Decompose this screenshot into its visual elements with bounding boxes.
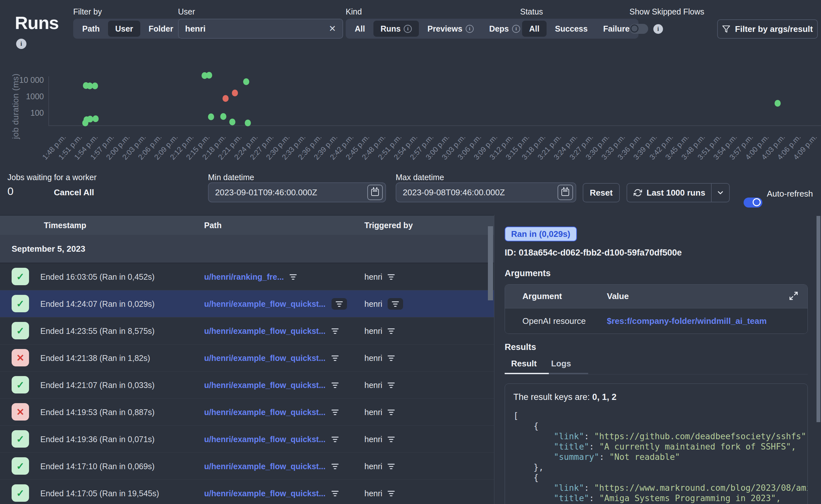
calendar-icon [371, 189, 379, 196]
success-icon: ✓ [12, 484, 29, 502]
run-path-link[interactable]: u/henri/example_flow_quickst... [204, 462, 326, 471]
filter-icon[interactable] [387, 355, 395, 361]
triggered-by-value: henri [364, 435, 382, 444]
filter-icon[interactable] [331, 410, 338, 415]
run-path-link[interactable]: u/henri/example_flow_quickst... [204, 381, 326, 390]
min-datetime-value: 2023-09-01T09:46:00.000Z [215, 188, 317, 198]
calendar-icon [562, 189, 569, 196]
arguments-heading: Arguments [505, 268, 551, 278]
scatter-point-success[interactable] [92, 82, 98, 89]
table-row[interactable]: ✓Ended 14:17:05 (Ran in 19,545s)u/henri/… [0, 480, 494, 504]
jobs-waiting-label: Jobs waiting for a worker [7, 173, 97, 182]
scatter-point-failure[interactable] [232, 90, 238, 96]
result-keys-line: The result keys are: 0, 1, 2 [513, 392, 807, 402]
filter-icon[interactable] [331, 464, 338, 469]
max-datetime-input[interactable]: 2023-09-08T09:46:00.000Z [396, 182, 576, 202]
y-tick-label: 100 [8, 108, 44, 118]
results-heading: Results [505, 342, 536, 352]
col-timestamp: Timestamp [44, 216, 86, 235]
chevron-down-icon [716, 189, 725, 197]
triggered-by-value: henri [364, 354, 382, 363]
scatter-point-failure[interactable] [222, 95, 229, 102]
scatter-point-success[interactable] [245, 120, 251, 126]
filter-by-user-button[interactable] [387, 298, 403, 310]
scatter-point-success[interactable] [775, 100, 781, 107]
argument-name: OpenAI resource [523, 316, 586, 326]
result-viewer: The result keys are: 0, 1, 2 [ { "link":… [505, 383, 808, 504]
filter-icon[interactable] [387, 437, 395, 442]
cancel-all-button[interactable]: Cancel All [54, 188, 94, 198]
filter-icon[interactable] [387, 410, 395, 415]
table-row[interactable]: ✓Ended 14:23:55 (Ran in 8,575s)u/henri/e… [0, 317, 494, 344]
filter-icon[interactable] [331, 437, 338, 442]
scatter-point-success[interactable] [229, 119, 235, 125]
runs-count-dropdown[interactable] [711, 184, 729, 202]
panel-scrollbar[interactable] [816, 216, 820, 422]
failure-icon: ✕ [12, 403, 29, 421]
result-json-line: "link": "https://github.com/deadbeefsoci… [513, 431, 807, 441]
run-path-link[interactable]: u/henri/example_flow_quickst... [204, 408, 326, 417]
filter-icon[interactable] [336, 301, 343, 307]
triggered-by-value: henri [364, 489, 382, 498]
scatter-point-success[interactable] [208, 113, 214, 120]
tab-logs[interactable]: Logs [545, 359, 578, 374]
run-timestamp: Ended 16:03:05 (Ran in 0,452s) [40, 263, 154, 290]
filter-icon[interactable] [331, 383, 338, 388]
last-1000-runs-button[interactable]: Last 1000 runs [627, 183, 730, 202]
job-duration-chart: job duration (ms) 10 0001000100 1:48 p.m… [0, 0, 821, 168]
arg-col-label: Argument [523, 291, 562, 301]
scatter-point-success[interactable] [220, 113, 226, 120]
jobs-waiting-count: 0 [7, 185, 14, 198]
result-json-line: { [513, 472, 807, 483]
scatter-point-success[interactable] [93, 115, 99, 122]
table-row[interactable]: ✓Ended 14:21:07 (Ran in 0,033s)u/henri/e… [0, 372, 494, 399]
result-json: [ { "link": "https://github.com/deadbeef… [513, 411, 807, 504]
argument-value-link[interactable]: $res:f/company-folder/windmill_ai_team [607, 316, 767, 326]
run-timestamp: Ended 14:19:53 (Ran in 0,887s) [40, 399, 154, 426]
run-path-link[interactable]: u/henri/ranking_fre... [204, 272, 284, 282]
table-row[interactable]: ✓Ended 14:19:36 (Ran in 0,071s)u/henri/e… [0, 426, 494, 453]
result-keys: 0, 1, 2 [592, 392, 617, 402]
tab-result[interactable]: Result [505, 359, 543, 374]
filter-icon[interactable] [331, 355, 338, 361]
min-datetime-input[interactable]: 2023-09-01T09:46:00.000Z [208, 182, 386, 202]
expand-arguments-button[interactable] [789, 291, 798, 301]
scatter-point-success[interactable] [243, 78, 249, 85]
success-icon: ✓ [12, 268, 29, 285]
table-header: Timestamp Path Triggered by [0, 216, 494, 235]
failure-icon: ✕ [12, 349, 29, 366]
reset-button[interactable]: Reset [583, 183, 620, 202]
filter-icon[interactable] [331, 491, 338, 496]
scatter-point-success[interactable] [206, 72, 212, 79]
filter-icon[interactable] [392, 301, 399, 307]
table-row[interactable]: ✕Ended 14:19:53 (Ran in 0,887s)u/henri/e… [0, 399, 494, 426]
run-path-link[interactable]: u/henri/example_flow_quickst... [204, 326, 326, 336]
table-row[interactable]: ✓Ended 14:17:10 (Ran in 0,069s)u/henri/e… [0, 453, 494, 480]
table-row[interactable]: ✓Ended 14:24:07 (Ran in 0,029s)u/henri/e… [0, 290, 494, 317]
filter-icon[interactable] [387, 464, 395, 469]
filter-icon[interactable] [387, 274, 395, 280]
filter-icon[interactable] [387, 328, 395, 334]
filter-icon[interactable] [387, 383, 395, 388]
chart-y-axis-line [48, 76, 49, 126]
filter-by-path-button[interactable] [331, 298, 347, 310]
max-datetime-calendar-button[interactable] [558, 185, 573, 200]
auto-refresh-toggle[interactable] [744, 198, 762, 208]
success-icon: ✓ [12, 322, 29, 339]
filter-icon[interactable] [387, 491, 395, 496]
result-json-line: { [513, 421, 807, 431]
run-path-link[interactable]: u/henri/example_flow_quickst... [204, 354, 326, 363]
run-timestamp: Ended 14:23:55 (Ran in 8,575s) [40, 317, 154, 344]
toggle-knob [753, 198, 761, 206]
table-rows: ✓Ended 16:03:05 (Ran in 0,452s)u/henri/r… [0, 263, 494, 504]
table-row[interactable]: ✓Ended 16:03:05 (Ran in 0,452s)u/henri/r… [0, 263, 494, 290]
table-row[interactable]: ✕Ended 14:21:38 (Ran in 1,82s)u/henri/ex… [0, 344, 494, 372]
min-datetime-calendar-button[interactable] [367, 185, 383, 200]
run-path-link[interactable]: u/henri/example_flow_quickst... [204, 299, 326, 309]
y-tick-label: 1000 [8, 92, 44, 101]
filter-icon[interactable] [331, 328, 338, 334]
run-path-link[interactable]: u/henri/example_flow_quickst... [204, 489, 326, 498]
table-scrollbar[interactable] [488, 226, 493, 300]
filter-icon[interactable] [289, 274, 297, 280]
run-path-link[interactable]: u/henri/example_flow_quickst... [204, 435, 326, 444]
